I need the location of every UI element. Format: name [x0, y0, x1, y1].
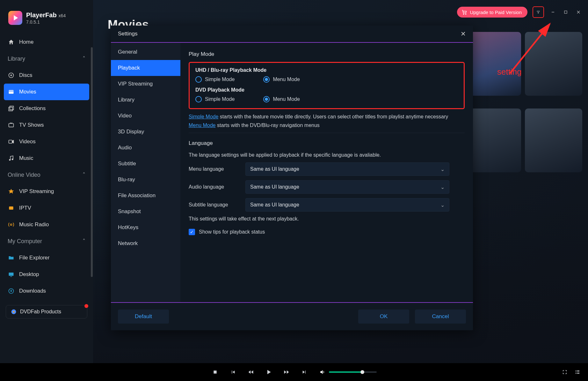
play-button[interactable] — [265, 369, 272, 376]
show-tips-checkbox[interactable]: ✓ — [189, 229, 195, 235]
upgrade-button[interactable]: Upgrade to Paid Version — [457, 7, 527, 18]
collections-icon — [8, 105, 15, 112]
prev-track-button[interactable] — [229, 369, 236, 376]
simple-mode-link[interactable]: Simple Mode — [189, 114, 218, 119]
sidebar-item-home[interactable]: Home — [0, 34, 93, 50]
settings-dialog: Settings ✕ General Playback VIP Streamin… — [111, 26, 473, 330]
radio-dvd-menu[interactable]: Menu Mode — [263, 96, 300, 102]
dialog-nav-subtitle[interactable]: Subtitle — [111, 156, 180, 172]
disc-icon — [8, 72, 15, 79]
sidebar-item-vip[interactable]: VIP Streaming — [0, 183, 93, 200]
sidebar-item-radio[interactable]: Music Radio — [0, 216, 93, 233]
playlist-button[interactable] — [574, 369, 581, 376]
dialog-nav-playback[interactable]: Playback — [111, 60, 180, 76]
chevron-up-icon: ˄ — [83, 55, 85, 62]
audio-language-select[interactable]: Same as UI language⌄ — [245, 180, 449, 194]
radio-uhd-simple[interactable]: Simple Mode — [195, 76, 235, 83]
sidebar-item-label: Desktop — [19, 271, 39, 278]
chevron-down-icon: ⌄ — [440, 166, 445, 172]
radio-uhd-menu[interactable]: Menu Mode — [263, 76, 300, 83]
svg-point-4 — [9, 73, 14, 78]
sidebar-item-collections[interactable]: Collections — [0, 100, 93, 117]
movie-thumbnail[interactable] — [525, 108, 582, 172]
dvdfab-products-button[interactable]: DVDFab Products — [6, 305, 87, 318]
svg-point-5 — [11, 75, 11, 76]
dialog-nav-fileassoc[interactable]: File Association — [111, 188, 180, 204]
subtitle-language-label: Subtitle language — [189, 202, 240, 208]
radio-icon — [263, 96, 270, 102]
svg-rect-6 — [9, 90, 14, 94]
volume-button[interactable] — [319, 369, 326, 376]
sidebar-item-explorer[interactable]: File Explorer — [0, 250, 93, 266]
video-icon — [8, 138, 15, 145]
svg-rect-7 — [9, 107, 13, 111]
settings-dropdown-button[interactable] — [533, 6, 544, 18]
sidebar-item-downloads[interactable]: Downloads — [0, 283, 93, 299]
sidebar: PlayerFabx64 7.0.5.1 Home Library ˄ Disc… — [0, 0, 93, 363]
tv-icon — [8, 122, 15, 129]
notification-dot — [84, 304, 88, 308]
radio-label: Simple Mode — [205, 77, 235, 82]
dialog-nav-audio[interactable]: Audio — [111, 140, 180, 156]
ok-button[interactable]: OK — [358, 310, 409, 324]
movie-thumbnail[interactable] — [525, 32, 582, 96]
sidebar-item-discs[interactable]: Discs — [0, 67, 93, 84]
section-label: Library — [8, 56, 25, 62]
svg-rect-22 — [577, 370, 579, 371]
volume-slider[interactable] — [329, 371, 377, 373]
menu-mode-link[interactable]: Menu Mode — [189, 123, 216, 128]
close-button[interactable] — [575, 8, 582, 16]
sidebar-item-videos[interactable]: Videos — [0, 133, 93, 150]
subtitle-language-select[interactable]: Same as UI language⌄ — [245, 198, 449, 212]
upgrade-label: Upgrade to Paid Version — [470, 10, 522, 15]
dialog-close-button[interactable]: ✕ — [461, 30, 466, 38]
next-track-button[interactable] — [301, 369, 308, 376]
maximize-button[interactable] — [562, 8, 570, 16]
section-my-computer[interactable]: My Computer˄ — [0, 233, 93, 250]
dialog-nav-network[interactable]: Network — [111, 235, 180, 251]
rewind-button[interactable] — [247, 369, 254, 376]
menu-language-select[interactable]: Same as UI language⌄ — [245, 162, 449, 176]
stop-button[interactable] — [212, 369, 219, 376]
sidebar-item-music[interactable]: Music — [0, 150, 93, 167]
section-library[interactable]: Library ˄ — [0, 50, 93, 67]
forward-button[interactable] — [283, 369, 290, 376]
section-label: My Computer — [8, 238, 42, 245]
fullscreen-button[interactable] — [561, 369, 568, 376]
effect-note: This settings will take effect at the ne… — [189, 216, 465, 222]
sidebar-item-movies[interactable]: Movies — [4, 84, 89, 100]
section-online-video[interactable]: Online Video˄ — [0, 167, 93, 183]
radio-icon — [195, 76, 202, 83]
minimize-button[interactable] — [549, 8, 557, 16]
svg-rect-8 — [10, 106, 14, 110]
dialog-nav-snapshot[interactable]: Snapshot — [111, 204, 180, 220]
svg-point-18 — [13, 311, 15, 313]
sidebar-scrollbar[interactable] — [91, 47, 93, 277]
chevron-down-icon — [536, 10, 541, 14]
dialog-nav-3d[interactable]: 3D Display — [111, 124, 180, 140]
svg-point-14 — [11, 224, 12, 226]
uhd-heading: UHD / Blu-ray Playback Mode — [195, 67, 458, 73]
brand-version: 7.0.5.1 — [26, 19, 66, 25]
dialog-nav-general[interactable]: General — [111, 44, 180, 60]
svg-rect-23 — [577, 373, 579, 374]
desc-text: starts with the feature movie title dire… — [218, 114, 448, 119]
dialog-nav-video[interactable]: Video — [111, 108, 180, 124]
desktop-icon — [8, 271, 15, 278]
sidebar-item-iptv[interactable]: IPTV — [0, 200, 93, 216]
sidebar-item-tvshows[interactable]: TV Shows — [0, 117, 93, 133]
chevron-down-icon: ⌄ — [440, 202, 445, 208]
cancel-button[interactable]: Cancel — [415, 310, 466, 324]
dialog-nav-library[interactable]: Library — [111, 92, 180, 108]
sidebar-item-desktop[interactable]: Desktop — [0, 266, 93, 283]
radio-dvd-simple[interactable]: Simple Mode — [195, 96, 235, 102]
dialog-nav-hotkeys[interactable]: HotKeys — [111, 220, 180, 235]
default-button[interactable]: Default — [118, 310, 169, 324]
dialog-nav-bluray[interactable]: Blu-ray — [111, 172, 180, 188]
highlighted-playmode-box: UHD / Blu-ray Playback Mode Simple Mode … — [189, 62, 465, 109]
svg-rect-2 — [564, 11, 567, 13]
products-icon — [11, 309, 17, 315]
dialog-nav-vip[interactable]: VIP Streaming — [111, 76, 180, 92]
chevron-up-icon: ˄ — [83, 171, 85, 178]
player-bar — [0, 363, 588, 381]
